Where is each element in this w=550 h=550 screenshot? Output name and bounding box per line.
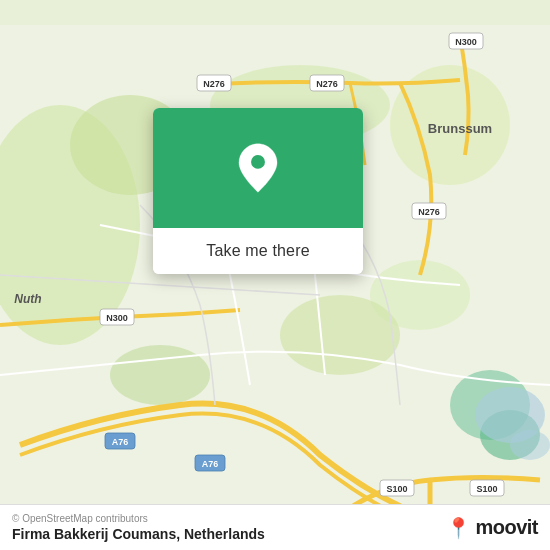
svg-text:S100: S100 — [386, 484, 407, 494]
moovit-text: moovit — [475, 516, 538, 539]
svg-text:S100: S100 — [476, 484, 497, 494]
location-pin-icon — [232, 142, 284, 194]
location-name: Firma Bakkerij Coumans, Netherlands — [12, 526, 265, 542]
svg-point-32 — [251, 155, 265, 169]
map-container: N276 N276 N300 N276 N300 A76 A76 S100 S1… — [0, 0, 550, 550]
moovit-logo: 📍 moovit — [446, 516, 538, 540]
svg-text:A76: A76 — [202, 459, 219, 469]
map-svg: N276 N276 N300 N276 N300 A76 A76 S100 S1… — [0, 0, 550, 550]
svg-text:A76: A76 — [112, 437, 129, 447]
popup-card: Take me there — [153, 108, 363, 274]
take-me-there-button[interactable]: Take me there — [153, 228, 363, 274]
svg-text:N276: N276 — [418, 207, 440, 217]
svg-text:Brunssum: Brunssum — [428, 121, 492, 136]
svg-point-11 — [510, 430, 550, 460]
bottom-info: © OpenStreetMap contributors Firma Bakke… — [12, 513, 265, 542]
moovit-pin-icon: 📍 — [446, 516, 471, 540]
bottom-bar: © OpenStreetMap contributors Firma Bakke… — [0, 504, 550, 550]
popup-green-area — [153, 108, 363, 228]
svg-text:Nuth: Nuth — [14, 292, 41, 306]
svg-text:N300: N300 — [106, 313, 128, 323]
copyright-text: © OpenStreetMap contributors — [12, 513, 265, 524]
svg-text:N300: N300 — [455, 37, 477, 47]
svg-point-7 — [110, 345, 210, 405]
svg-text:N276: N276 — [203, 79, 225, 89]
svg-text:N276: N276 — [316, 79, 338, 89]
